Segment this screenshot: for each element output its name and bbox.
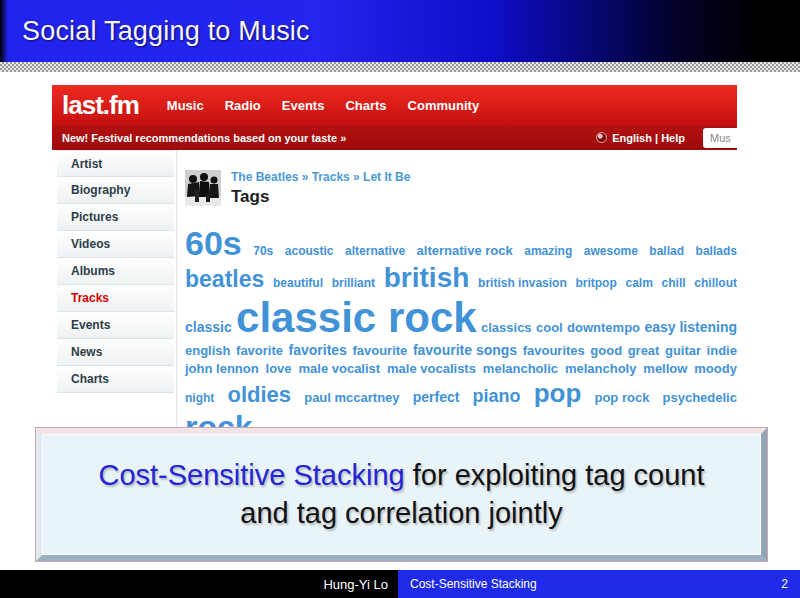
tag-favorite[interactable]: favorite	[236, 345, 283, 357]
tag-alternative-rock[interactable]: alternative rock	[417, 245, 513, 257]
slide-footer: Hung-Yi Lo Cost-Sensitive Stacking 2	[0, 570, 800, 598]
tag-indie[interactable]: indie	[707, 345, 737, 357]
nav-item-community[interactable]: Community	[408, 98, 480, 113]
texture-divider	[0, 62, 800, 72]
tag-favourites[interactable]: favourites	[523, 345, 585, 357]
tag-guitar[interactable]: guitar	[665, 345, 701, 357]
tag-calm[interactable]: calm	[626, 278, 653, 289]
tag-piano[interactable]: piano	[473, 388, 521, 405]
footer-author: Hung-Yi Lo	[323, 577, 388, 592]
tag-british[interactable]: british	[384, 265, 470, 292]
footer-topic: Cost-Sensitive Stacking	[410, 577, 537, 591]
tag-favourite[interactable]: favourite	[352, 345, 407, 357]
tag-row-4: englishfavoritefavoritesfavouritefavouri…	[185, 344, 737, 357]
tag-row-6: nightoldiespaul mccartneyperfectpianopop…	[185, 381, 737, 406]
tag-chillout[interactable]: chillout	[694, 278, 737, 289]
tag-chill[interactable]: chill	[662, 278, 686, 289]
sidebar-item-artist[interactable]: Artist	[57, 150, 174, 177]
locale-links-label[interactable]: English | Help	[612, 132, 685, 144]
tag-70s[interactable]: 70s	[253, 246, 273, 257]
footer-author-section: Hung-Yi Lo	[0, 570, 398, 598]
tag-beautiful[interactable]: beautiful	[273, 278, 323, 289]
tag-beatles[interactable]: beatles	[185, 269, 264, 291]
tag-awesome[interactable]: awesome	[584, 246, 638, 257]
tag-pop-rock[interactable]: pop rock	[594, 392, 649, 404]
tag-english[interactable]: english	[185, 345, 231, 357]
search-input[interactable]	[703, 128, 737, 148]
sidebar-item-biography[interactable]: Biography	[57, 177, 174, 204]
tag-classic[interactable]: classic	[185, 321, 232, 334]
tag-favourite-songs[interactable]: favourite songs	[413, 344, 517, 357]
breadcrumb[interactable]: The Beatles » Tracks » Let It Be	[231, 170, 410, 184]
sidebar-item-albums[interactable]: Albums	[57, 258, 174, 285]
lastfm-topbar: last.fm MusicRadioEventsChartsCommunity	[52, 85, 737, 125]
callout-bevel: Cost-Sensitive Stacking for exploiting t…	[36, 428, 767, 561]
tag-row-5: john lennonlovemale vocalistmale vocalis…	[185, 363, 737, 375]
tag-psychedelic[interactable]: psychedelic	[663, 392, 737, 404]
tag-row-3: classicclassic rockclassicscooldowntempo…	[185, 298, 737, 338]
tag-ballad[interactable]: ballad	[649, 246, 684, 257]
tag-british-invasion[interactable]: british invasion	[478, 278, 567, 289]
tag-row-1: 60s70sacousticalternativealternative roc…	[185, 227, 737, 259]
tag-brilliant[interactable]: brilliant	[332, 278, 375, 289]
tag-john-lennon[interactable]: john lennon	[185, 363, 259, 375]
lastfm-screenshot: last.fm MusicRadioEventsChartsCommunity …	[52, 85, 737, 430]
locale-links[interactable]: English | Help	[596, 132, 685, 144]
tag-amazing[interactable]: amazing	[524, 246, 572, 257]
tag-row-2: beatlesbeautifulbrilliantbritishbritish …	[185, 265, 737, 292]
festival-banner-link[interactable]: New! Festival recommendations based on y…	[62, 132, 346, 144]
tag-paul-mccartney[interactable]: paul mccartney	[304, 392, 399, 404]
tag-night[interactable]: night	[185, 393, 214, 404]
tag-cool[interactable]: cool	[536, 322, 563, 334]
tag-acoustic[interactable]: acoustic	[285, 246, 334, 257]
tag-great[interactable]: great	[628, 345, 660, 357]
tag-alternative[interactable]: alternative	[345, 246, 405, 257]
tag-ballads[interactable]: ballads	[696, 246, 737, 257]
tag-easy-listening[interactable]: easy listening	[644, 321, 737, 334]
tag-cloud: 60s70sacousticalternativealternative roc…	[185, 227, 737, 430]
tag-60s[interactable]: 60s	[185, 227, 242, 259]
page-number: 2	[781, 577, 788, 591]
beatles-thumbnail[interactable]	[185, 170, 221, 206]
tag-britpop[interactable]: britpop	[575, 278, 616, 289]
tag-oldies[interactable]: oldies	[227, 385, 291, 406]
sidebar-item-tracks[interactable]: Tracks	[57, 285, 174, 312]
sidebar-item-videos[interactable]: Videos	[57, 231, 174, 258]
slide-title-bar: Social Tagging to Music	[0, 0, 800, 62]
tag-male-vocalist[interactable]: male vocalist	[298, 363, 380, 375]
globe-icon	[596, 132, 607, 143]
tag-male-vocalists[interactable]: male vocalists	[387, 363, 476, 375]
nav-item-radio[interactable]: Radio	[225, 98, 261, 113]
lastfm-sidebar: ArtistBiographyPicturesVideosAlbumsTrack…	[57, 150, 174, 430]
nav-item-charts[interactable]: Charts	[345, 98, 386, 113]
tag-mellow[interactable]: mellow	[643, 363, 687, 375]
tags-heading: Tags	[231, 187, 410, 207]
slide-title: Social Tagging to Music	[0, 16, 310, 47]
tag-pop[interactable]: pop	[534, 381, 582, 406]
nav-item-events[interactable]: Events	[282, 98, 325, 113]
callout-line1: Cost-Sensitive Stacking for exploiting t…	[98, 457, 704, 495]
callout-text: Cost-Sensitive Stacking for exploiting t…	[42, 434, 761, 555]
lastfm-nav: MusicRadioEventsChartsCommunity	[167, 98, 479, 113]
sidebar-item-charts[interactable]: Charts	[57, 366, 174, 393]
sidebar-item-news[interactable]: News	[57, 339, 174, 366]
tag-classics[interactable]: classics	[481, 322, 532, 334]
callout-highlight: Cost-Sensitive Stacking	[98, 459, 404, 491]
tag-classic-rock[interactable]: classic rock	[236, 298, 477, 338]
lastfm-logo[interactable]: last.fm	[62, 90, 139, 121]
tag-favorites[interactable]: favorites	[289, 344, 347, 357]
tag-love[interactable]: love	[266, 363, 292, 375]
callout-box: Cost-Sensitive Stacking for exploiting t…	[35, 427, 768, 562]
tag-good[interactable]: good	[590, 345, 622, 357]
nav-item-music[interactable]: Music	[167, 98, 204, 113]
tag-perfect[interactable]: perfect	[413, 391, 460, 404]
callout-line2: and tag correlation jointly	[240, 495, 562, 533]
tag-downtempo[interactable]: downtempo	[567, 322, 640, 334]
sidebar-item-events[interactable]: Events	[57, 312, 174, 339]
tag-melancholy[interactable]: melancholy	[565, 363, 637, 375]
tag-melancholic[interactable]: melancholic	[483, 363, 558, 375]
footer-topic-section: Cost-Sensitive Stacking 2	[398, 570, 800, 598]
sidebar-item-pictures[interactable]: Pictures	[57, 204, 174, 231]
lastfm-subbar: New! Festival recommendations based on y…	[52, 125, 737, 150]
tag-moody[interactable]: moody	[694, 363, 737, 375]
